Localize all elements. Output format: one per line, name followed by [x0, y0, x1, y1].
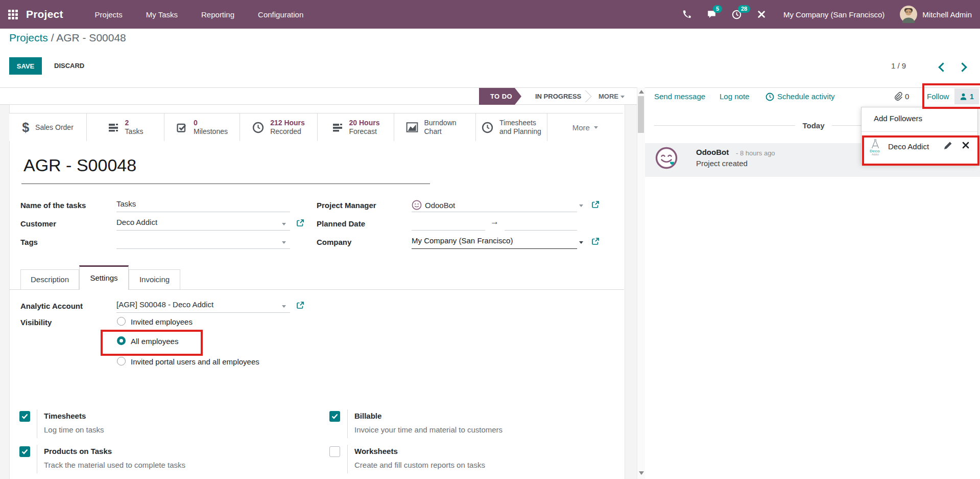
radio-invited-employees[interactable]: [117, 317, 126, 326]
stat-burndown-chart[interactable]: Burndown Chart: [394, 113, 476, 141]
paperclip-icon[interactable]: [894, 92, 902, 102]
tab-description[interactable]: Description: [20, 269, 79, 290]
field-planned-date-end[interactable]: [505, 218, 577, 231]
pager-previous-icon[interactable]: [938, 62, 947, 72]
stat-hours-recorded[interactable]: 212 HoursRecorded: [240, 113, 318, 141]
feature-worksheets-title: Worksheets: [354, 447, 398, 455]
project-manager-external-link-icon[interactable]: [591, 200, 600, 210]
company-switcher[interactable]: My Company (San Francisco): [783, 10, 885, 19]
follower-person-icon: [960, 93, 967, 100]
schedule-activity-button[interactable]: Schedule activity: [777, 92, 835, 101]
breadcrumb: Projects / AGR - S00048: [9, 32, 126, 44]
save-button[interactable]: SAVE: [9, 57, 42, 75]
discard-button[interactable]: DISCARD: [50, 57, 88, 75]
tasks-list-icon: [108, 122, 119, 132]
analytic-account-dropdown-icon[interactable]: [282, 305, 286, 308]
message-author[interactable]: OdooBot: [696, 148, 729, 156]
feature-billable-title: Billable: [354, 412, 381, 420]
vertical-scrollbar[interactable]: [637, 87, 645, 479]
stat-timesheets-planning[interactable]: Timesheets and Planning: [476, 113, 547, 141]
scroll-up-icon[interactable]: [639, 90, 644, 94]
follow-button[interactable]: Follow: [927, 92, 949, 101]
pager-next-icon[interactable]: [958, 62, 967, 72]
radio-label-invited-employees[interactable]: Invited employees: [131, 317, 193, 326]
date-range-arrow: →: [490, 217, 499, 227]
checkbox-products-on-tasks[interactable]: [19, 446, 30, 457]
breadcrumb-projects-link[interactable]: Projects: [9, 32, 48, 43]
field-customer[interactable]: Deco Addict: [116, 218, 290, 231]
tools-icon[interactable]: [757, 10, 766, 19]
stage-more-button[interactable]: MORE: [599, 88, 625, 105]
company-dropdown-icon[interactable]: [579, 241, 583, 244]
follower-name[interactable]: Deco Addict: [888, 142, 929, 151]
add-followers-menu-item[interactable]: Add Followers: [874, 114, 922, 123]
radio-label-invited-portal-users[interactable]: Invited portal users and all employees: [131, 357, 259, 366]
scroll-down-icon[interactable]: [639, 471, 644, 475]
app-name[interactable]: Project: [26, 8, 63, 20]
user-menu[interactable]: Mitchell Admin: [900, 6, 972, 23]
scrollbar-thumb[interactable]: [638, 96, 644, 133]
followers-button[interactable]: 1: [954, 88, 979, 104]
attachment-count: 0: [905, 92, 909, 101]
radio-invited-portal-users[interactable]: [117, 357, 126, 366]
radio-label-all-employees[interactable]: All employees: [131, 337, 178, 346]
pager-counter: 1 / 9: [891, 61, 906, 70]
schedule-activity-clock-icon: [766, 93, 774, 103]
follower-count: 1: [970, 93, 974, 101]
stat-more-button[interactable]: More: [547, 113, 623, 141]
stage-to-do[interactable]: TO DO: [479, 88, 521, 105]
activities-icon[interactable]: 28: [732, 10, 742, 19]
radio-all-employees[interactable]: [117, 336, 126, 345]
top-navbar: Project Projects My Tasks Reporting Conf…: [0, 0, 980, 29]
stat-tasks[interactable]: 2Tasks: [87, 113, 164, 141]
field-label-project-manager: Project Manager: [317, 201, 376, 210]
tab-settings[interactable]: Settings: [79, 265, 129, 290]
feature-timesheets-title: Timesheets: [44, 412, 86, 420]
stage-in-progress[interactable]: IN PROGRESS: [535, 88, 581, 105]
field-label-company: Company: [317, 238, 351, 246]
field-company[interactable]: My Company (San Francisco): [412, 236, 577, 249]
field-name-of-tasks[interactable]: Tasks: [116, 199, 290, 212]
menu-projects[interactable]: Projects: [95, 10, 123, 19]
field-analytic-account[interactable]: [AGR] S00048 - Deco Addict: [116, 300, 290, 313]
phone-icon[interactable]: [682, 10, 691, 19]
checkbox-billable[interactable]: [329, 411, 340, 422]
tab-invoicing[interactable]: Invoicing: [129, 269, 180, 290]
stat-value: 0: [194, 119, 228, 127]
checkbox-timesheets[interactable]: [19, 411, 30, 422]
date-divider-label: Today: [795, 121, 831, 130]
menu-configuration[interactable]: Configuration: [258, 10, 303, 19]
project-title-input[interactable]: AGR - S00048: [23, 155, 136, 175]
remove-follower-close-icon[interactable]: [962, 141, 970, 151]
messages-icon[interactable]: 5: [707, 10, 716, 19]
menu-reporting[interactable]: Reporting: [201, 10, 234, 19]
divider: [37, 409, 37, 438]
field-label-tags: Tags: [20, 238, 38, 246]
divider: [347, 409, 348, 438]
checkbox-worksheets[interactable]: [329, 446, 340, 457]
field-tags[interactable]: [116, 236, 290, 249]
tags-dropdown-icon[interactable]: [282, 241, 286, 244]
stat-hours-forecast[interactable]: 20 HoursForecast: [318, 113, 394, 141]
log-note-button[interactable]: Log note: [720, 92, 749, 101]
menu-my-tasks[interactable]: My Tasks: [146, 10, 178, 19]
feature-timesheets-desc: Log time on tasks: [44, 425, 104, 434]
field-label-analytic-account: Analytic Account: [20, 302, 83, 310]
analytic-account-external-link-icon[interactable]: [296, 301, 304, 311]
send-message-button[interactable]: Send message: [654, 92, 705, 101]
stat-sales-order[interactable]: $ Sales Order: [9, 113, 87, 141]
customer-dropdown-icon[interactable]: [282, 223, 286, 225]
feature-products-title: Products on Tasks: [44, 447, 112, 455]
odoobot-avatar: [655, 147, 678, 171]
field-planned-date-start[interactable]: [412, 218, 485, 231]
stat-milestones[interactable]: 0Milestones: [164, 113, 240, 141]
apps-menu-icon[interactable]: [8, 10, 18, 19]
message-body: Project created: [696, 159, 748, 168]
company-external-link-icon[interactable]: [591, 237, 600, 247]
edit-follower-pencil-icon[interactable]: [943, 141, 952, 152]
customer-external-link-icon[interactable]: [296, 219, 304, 229]
project-manager-underline: [412, 199, 577, 212]
message-timestamp: - 8 hours ago: [736, 149, 775, 157]
breadcrumb-current: / AGR - S00048: [48, 32, 126, 43]
project-manager-dropdown-icon[interactable]: [579, 204, 583, 207]
